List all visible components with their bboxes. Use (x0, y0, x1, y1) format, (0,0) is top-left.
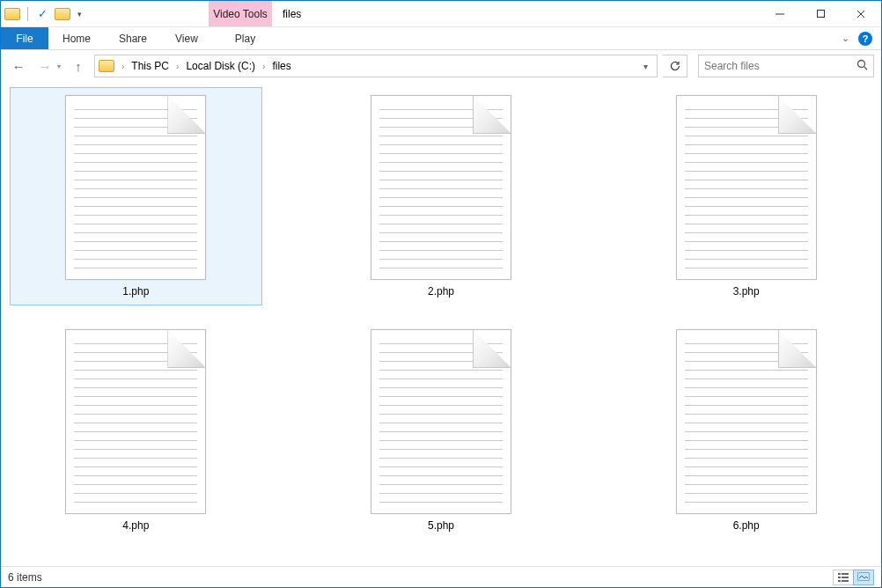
address-dropdown-icon[interactable]: ▾ (638, 62, 653, 71)
ribbon-controls: ⌄ ? (842, 27, 881, 49)
svg-rect-10 (838, 580, 841, 582)
file-item[interactable]: 2.php (315, 87, 568, 305)
tab-file[interactable]: File (1, 27, 48, 49)
document-icon (371, 329, 511, 514)
file-item[interactable]: 3.php (620, 87, 872, 305)
nav-back-button[interactable]: ← (8, 55, 29, 77)
document-icon (676, 95, 817, 280)
qat-app-icon[interactable] (4, 8, 20, 20)
breadcrumb-this-pc[interactable]: This PC (128, 60, 173, 72)
help-icon[interactable]: ? (858, 32, 872, 46)
document-icon (65, 329, 206, 514)
svg-rect-1 (817, 11, 824, 18)
ribbon-tabs: File Home Share View Play ⌄ ? (1, 27, 881, 50)
tab-home[interactable]: Home (48, 27, 105, 49)
nav-history-caret-icon[interactable]: ▾ (57, 62, 61, 70)
status-item-count: 6 items (8, 571, 42, 584)
svg-line-5 (864, 67, 868, 70)
document-icon (65, 95, 206, 280)
view-large-icons-button[interactable] (853, 570, 874, 585)
nav-up-button[interactable]: ↑ (68, 55, 89, 77)
file-pane[interactable]: 1.php2.php3.php4.php5.php6.php (1, 82, 881, 566)
file-item[interactable]: 1.php (10, 87, 262, 305)
chevron-right-icon[interactable]: › (120, 62, 126, 71)
tab-share[interactable]: Share (105, 27, 161, 49)
tab-play[interactable]: Play (221, 27, 269, 49)
svg-rect-13 (858, 573, 869, 580)
search-input[interactable]: Search files (698, 55, 874, 77)
minimize-button[interactable] (760, 1, 800, 26)
file-name-label: 4.php (122, 519, 149, 532)
tab-view[interactable]: View (161, 27, 212, 49)
breadcrumb-local-disk[interactable]: Local Disk (C:) (182, 60, 259, 72)
view-toggle (834, 570, 874, 585)
maximize-button[interactable] (800, 1, 841, 26)
file-name-label: 3.php (733, 285, 760, 298)
address-folder-icon (99, 60, 114, 72)
svg-rect-7 (842, 573, 849, 575)
file-item[interactable]: 6.php (620, 321, 872, 540)
ribbon-collapse-icon[interactable]: ⌄ (842, 33, 849, 44)
file-item[interactable]: 5.php (315, 321, 568, 540)
search-icon[interactable] (856, 59, 868, 73)
qat-separator (27, 7, 28, 21)
title-bar: ✓ ▾ Video Tools files (1, 1, 881, 27)
quick-access-toolbar: ✓ ▾ (1, 1, 85, 26)
qat-new-folder-icon[interactable] (55, 8, 70, 20)
qat-properties-icon[interactable]: ✓ (35, 7, 49, 21)
chevron-right-icon[interactable]: › (261, 62, 267, 71)
file-name-label: 5.php (428, 519, 454, 532)
status-bar: 6 items (1, 566, 881, 587)
address-bar[interactable]: › This PC › Local Disk (C:) › files ▾ (94, 55, 658, 77)
document-icon (371, 95, 511, 280)
close-button[interactable] (841, 1, 881, 26)
file-name-label: 1.php (122, 285, 149, 298)
search-placeholder: Search files (704, 60, 856, 72)
svg-rect-9 (842, 577, 849, 578)
svg-point-4 (858, 61, 865, 68)
chevron-right-icon[interactable]: › (174, 62, 180, 71)
nav-forward-button[interactable]: → (34, 55, 55, 77)
file-name-label: 6.php (733, 519, 760, 532)
window-controls (760, 1, 881, 26)
document-icon (676, 329, 817, 514)
window-title: files (272, 1, 301, 26)
svg-rect-6 (838, 573, 841, 575)
view-details-button[interactable] (833, 570, 854, 585)
breadcrumb-files[interactable]: files (268, 60, 294, 72)
navigation-row: ← → ▾ ↑ › This PC › Local Disk (C:) › fi… (1, 50, 881, 82)
file-item[interactable]: 4.php (10, 321, 262, 540)
qat-customize-caret-icon[interactable]: ▾ (77, 10, 82, 18)
svg-rect-8 (838, 577, 841, 578)
file-name-label: 2.php (428, 285, 454, 298)
refresh-button[interactable] (663, 55, 687, 77)
contextual-tab-video-tools[interactable]: Video Tools (209, 1, 272, 26)
svg-rect-11 (842, 580, 849, 582)
